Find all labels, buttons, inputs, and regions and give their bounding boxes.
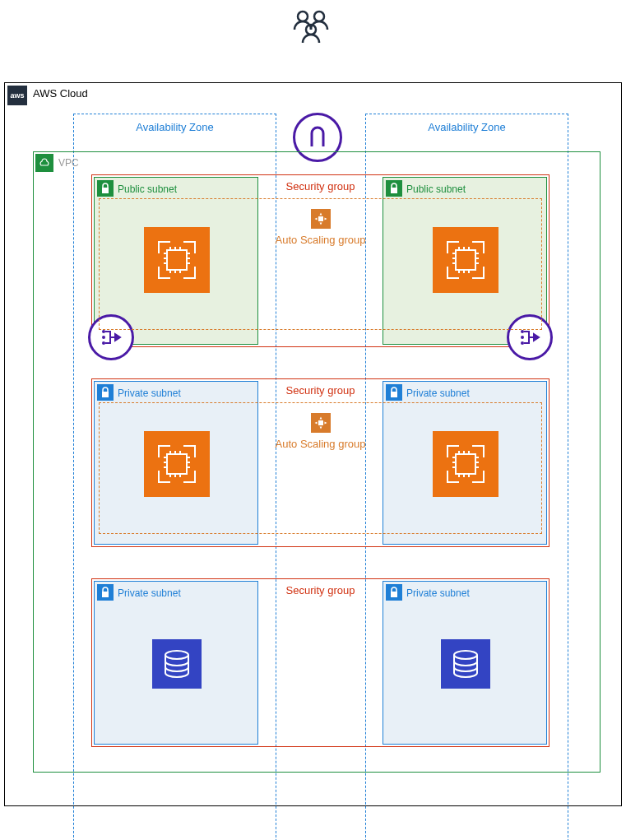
lock-icon: [386, 384, 402, 401]
database-icon: [441, 639, 490, 689]
auto-scaling-icon: [311, 209, 331, 229]
aws-cloud-label: AWS Cloud: [33, 87, 88, 100]
auto-scaling-group: Auto Scaling group: [99, 402, 542, 534]
lock-icon: [386, 584, 402, 601]
aws-logo-icon: aws: [7, 86, 27, 105]
subnet-label: Public subnet: [118, 183, 177, 195]
lock-icon: [97, 584, 114, 601]
auto-scaling-label: Auto Scaling group: [100, 234, 541, 246]
private-subnet-left: Private subnet: [94, 581, 258, 745]
subnet-label: Private subnet: [406, 388, 470, 399]
security-group-tier2: Security group Private subnet Private su…: [91, 378, 549, 547]
lock-icon: [97, 180, 114, 197]
availability-zone-label: Availability Zone: [366, 121, 568, 133]
lock-icon: [97, 384, 114, 401]
security-group-tier3: Security group Private subnet Private su…: [91, 578, 549, 747]
availability-zone-label: Availability Zone: [74, 121, 276, 133]
database-icon: [152, 639, 202, 689]
security-group-tier1: Security group Public subnet Public subn…: [91, 174, 549, 347]
users-icon: [288, 7, 334, 48]
auto-scaling-icon: [311, 413, 331, 433]
vpc-label: VPC: [58, 157, 79, 169]
auto-scaling-group: Auto Scaling group: [99, 198, 542, 330]
subnet-label: Public subnet: [406, 183, 466, 195]
aws-cloud-box: aws AWS Cloud Availability Zone Availabi…: [4, 82, 622, 806]
subnet-label: Private subnet: [118, 388, 181, 399]
vpc-box: VPC Security group Public subnet Public …: [33, 151, 600, 773]
vpc-icon: [35, 154, 53, 172]
auto-scaling-label: Auto Scaling group: [100, 438, 541, 450]
subnet-label: Private subnet: [406, 587, 470, 599]
subnet-label: Private subnet: [118, 587, 181, 599]
private-subnet-right: Private subnet: [383, 581, 547, 745]
lock-icon: [386, 180, 402, 197]
